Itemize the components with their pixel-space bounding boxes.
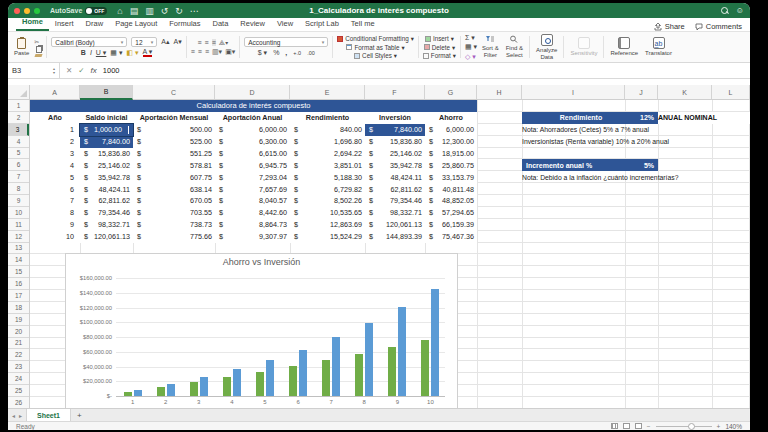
cut-button[interactable]: ✂ bbox=[34, 38, 42, 45]
find-select-button[interactable]: Find &Select bbox=[504, 35, 525, 59]
orientation-button[interactable]: ⟁▾ bbox=[219, 39, 229, 46]
home-icon[interactable]: ⌂ bbox=[117, 6, 122, 16]
zoom-in-button[interactable]: + bbox=[717, 423, 721, 430]
cell-G9[interactable]: $48,852.05 bbox=[425, 195, 477, 207]
comments-button[interactable]: Comments bbox=[695, 22, 742, 31]
cell-F6[interactable]: $35,942.78 bbox=[365, 159, 425, 171]
row-header-19[interactable]: 19 bbox=[8, 314, 29, 326]
cell-E5[interactable]: $2,694.22 bbox=[290, 148, 365, 160]
cell[interactable]: 6 bbox=[30, 183, 80, 195]
share-button[interactable]: Share bbox=[654, 22, 685, 31]
cell-B8[interactable]: $48,424.11 bbox=[80, 183, 133, 195]
normal-view-icon[interactable] bbox=[611, 423, 618, 429]
cell-E11[interactable]: $12,863.69 bbox=[290, 219, 365, 231]
row-header-18[interactable]: 18 bbox=[8, 302, 29, 314]
wrap-text-button[interactable]: ▥▾ bbox=[212, 48, 222, 55]
ribbon-tab-script-lab[interactable]: Script Lab bbox=[299, 17, 345, 31]
cell-G7[interactable]: $33,153.79 bbox=[425, 171, 477, 183]
zoom-window-button[interactable] bbox=[34, 8, 40, 14]
font-name-combo[interactable]: Calibri (Body)▾ bbox=[51, 37, 127, 47]
autosave-toggle[interactable]: AutoSave OFF bbox=[50, 7, 107, 15]
align-center-button[interactable]: ≡ bbox=[198, 48, 202, 55]
conditional-formatting-button[interactable]: Conditional Formatting▾ bbox=[337, 35, 414, 42]
font-size-combo[interactable]: 12▾ bbox=[131, 37, 157, 47]
incremento-banner[interactable]: Incremento anual %5% bbox=[522, 159, 658, 171]
column-header-G[interactable]: G bbox=[425, 85, 477, 100]
cell[interactable]: 9 bbox=[30, 219, 80, 231]
cell-G11[interactable]: $66,159.39 bbox=[425, 219, 477, 231]
cell-D8[interactable]: $7,657.69 bbox=[215, 183, 290, 195]
row-header-21[interactable]: 21 bbox=[8, 338, 29, 350]
select-all-corner[interactable] bbox=[8, 85, 30, 100]
cell-C12[interactable]: $775.66 bbox=[133, 231, 215, 243]
cell-D5[interactable]: $6,615.00 bbox=[215, 148, 290, 160]
align-top-button[interactable]: ≡ bbox=[198, 39, 202, 46]
cell-E7[interactable]: $5,188.30 bbox=[290, 171, 365, 183]
align-bottom-button[interactable]: ≡ bbox=[212, 39, 216, 46]
column-header-K[interactable]: K bbox=[658, 85, 712, 100]
sheet-cells[interactable]: Calculadora de interés compuestoAñoSaldo… bbox=[30, 100, 750, 408]
cell-G4[interactable]: $12,300.00 bbox=[425, 136, 477, 148]
ribbon-tab-insert[interactable]: Insert bbox=[49, 17, 80, 31]
row-headers[interactable]: 1234567891011121314151617181920212223242… bbox=[8, 100, 30, 408]
sheet-tab-sheet1[interactable]: Sheet1 bbox=[26, 409, 71, 421]
insert-function-icon[interactable]: fx bbox=[91, 66, 97, 75]
cell-G5[interactable]: $18,915.00 bbox=[425, 148, 477, 160]
cell-E9[interactable]: $8,502.26 bbox=[290, 195, 365, 207]
underline-button[interactable]: U ▾ bbox=[96, 49, 107, 57]
column-header-D[interactable]: D bbox=[215, 85, 290, 100]
search-icon[interactable] bbox=[721, 7, 728, 14]
cell-C6[interactable]: $578.81 bbox=[133, 159, 215, 171]
name-box-stepper[interactable]: ▴▾ bbox=[53, 67, 55, 74]
cell-G12[interactable]: $75,467.36 bbox=[425, 231, 477, 243]
bold-button[interactable]: B bbox=[81, 49, 86, 56]
row-header-10[interactable]: 10 bbox=[8, 207, 29, 219]
sort-filter-button[interactable]: Sort &Filter bbox=[480, 35, 501, 59]
row-header-1[interactable]: 1 bbox=[8, 100, 29, 112]
header-cell[interactable]: Aportación Anual bbox=[215, 112, 290, 124]
cell-F4[interactable]: $15,836.80 bbox=[365, 136, 425, 148]
decrease-decimal-button[interactable]: .00 bbox=[307, 50, 315, 56]
cell-B12[interactable]: $120,061.13 bbox=[80, 231, 133, 243]
header-cell[interactable]: Inversión bbox=[365, 112, 425, 124]
column-headers[interactable]: ABCDEFGHIJKL bbox=[30, 85, 750, 100]
autosum-button[interactable]: Σ ▾ bbox=[465, 34, 477, 42]
cell-F8[interactable]: $62,811.62 bbox=[365, 183, 425, 195]
cell[interactable]: 5 bbox=[30, 171, 80, 183]
row-header-4[interactable]: 4 bbox=[8, 136, 29, 148]
save-icon[interactable]: ▤ bbox=[130, 6, 139, 16]
grow-font-button[interactable]: A▴ bbox=[161, 38, 169, 46]
row-header-17[interactable]: 17 bbox=[8, 290, 29, 302]
row-header-13[interactable]: 13 bbox=[8, 243, 29, 255]
cell-E6[interactable]: $3,851.01 bbox=[290, 159, 365, 171]
ribbon-tab-view[interactable]: View bbox=[271, 17, 299, 31]
feedback-smiley-icon[interactable]: ☺ bbox=[736, 6, 744, 15]
print-icon[interactable]: ▥ bbox=[145, 6, 154, 16]
format-painter-button[interactable] bbox=[35, 54, 43, 57]
currency-format-button[interactable]: $ ▾ bbox=[258, 49, 267, 57]
borders-button[interactable]: ▦ ▾ bbox=[110, 49, 122, 57]
row-header-25[interactable]: 25 bbox=[8, 385, 29, 397]
cell-F11[interactable]: $120,061.13 bbox=[365, 219, 425, 231]
ribbon-tab-draw[interactable]: Draw bbox=[80, 17, 110, 31]
row-header-23[interactable]: 23 bbox=[8, 361, 29, 373]
cell-F3[interactable]: $7,840.00 bbox=[365, 124, 425, 136]
header-cell[interactable]: Aportación Mensual bbox=[133, 112, 215, 124]
column-header-C[interactable]: C bbox=[133, 85, 215, 100]
active-cell-B3[interactable]: $1,000.00 bbox=[80, 124, 133, 136]
row-header-7[interactable]: 7 bbox=[8, 171, 29, 183]
align-left-button[interactable]: ≡ bbox=[191, 48, 195, 55]
cell-D4[interactable]: $6,300.00 bbox=[215, 136, 290, 148]
cell-B4[interactable]: $7,840.00 bbox=[80, 136, 133, 148]
column-header-A[interactable]: A bbox=[30, 85, 80, 100]
cell-D12[interactable]: $9,307.97 bbox=[215, 231, 290, 243]
cell-E3[interactable]: $840.00 bbox=[290, 124, 365, 136]
ribbon-tab-data[interactable]: Data bbox=[207, 17, 235, 31]
cell-E10[interactable]: $10,535.65 bbox=[290, 207, 365, 219]
cell-E4[interactable]: $1,696.80 bbox=[290, 136, 365, 148]
cell-F10[interactable]: $98,332.71 bbox=[365, 207, 425, 219]
cell-D9[interactable]: $8,040.57 bbox=[215, 195, 290, 207]
cell-C4[interactable]: $525.00 bbox=[133, 136, 215, 148]
row-header-26[interactable]: 26 bbox=[8, 397, 29, 408]
cell-G8[interactable]: $40,811.48 bbox=[425, 183, 477, 195]
